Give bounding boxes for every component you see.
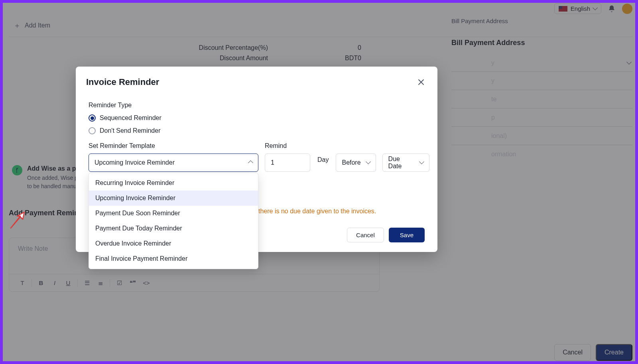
chevron-down-icon (420, 159, 423, 166)
dropdown-item[interactable]: Payment Due Today Reminder (89, 221, 258, 236)
remind-label: Remind (265, 142, 310, 150)
modal-cancel-button[interactable]: Cancel (347, 228, 384, 242)
chevron-up-icon (249, 159, 252, 166)
radio-icon (89, 127, 96, 134)
modal-title: Invoice Reminder (86, 77, 159, 87)
before-after-select[interactable]: Before (336, 153, 376, 172)
chevron-down-icon (366, 159, 370, 166)
dropdown-item[interactable]: Overdue Invoice Reminder (89, 236, 258, 251)
radio-sequenced-reminder[interactable]: Sequenced Reminder (89, 114, 425, 122)
invoice-reminder-modal: Invoice Reminder Reminder Type Sequenced… (76, 67, 437, 252)
close-icon (418, 79, 424, 85)
radio-selected-icon (89, 114, 96, 122)
reminder-template-dropdown: Recurring Invoice Reminder Upcoming Invo… (89, 173, 258, 269)
reminder-template-select[interactable]: Upcoming Invoice Reminder (89, 153, 258, 172)
warning-text-tail: there is no due date given to the invoic… (258, 208, 376, 215)
remind-days-input[interactable] (265, 153, 310, 172)
day-label: Day (317, 156, 329, 167)
dropdown-item[interactable]: Upcoming Invoice Reminder (89, 191, 258, 206)
due-date-value: Due Date (388, 155, 414, 170)
radio-2-label: Don't Send Reminder (100, 127, 160, 134)
radio-dont-send-reminder[interactable]: Don't Send Reminder (89, 127, 425, 134)
radio-1-label: Sequenced Reminder (100, 114, 161, 122)
modal-save-button[interactable]: Save (389, 228, 425, 242)
set-template-label: Set Reminder Template (89, 142, 258, 150)
annotation-cursor-icon (8, 211, 28, 232)
reminder-template-value: Upcoming Invoice Reminder (95, 159, 175, 166)
dropdown-item[interactable]: Payment Due Soon Reminder (89, 206, 258, 221)
dropdown-item[interactable]: Final Invoice Payment Reminder (89, 251, 258, 266)
reminder-type-label: Reminder Type (89, 102, 425, 109)
close-button[interactable] (415, 76, 427, 88)
before-after-value: Before (342, 159, 360, 166)
dropdown-item[interactable]: Recurring Invoice Reminder (89, 175, 258, 191)
due-date-select[interactable]: Due Date (382, 153, 429, 172)
